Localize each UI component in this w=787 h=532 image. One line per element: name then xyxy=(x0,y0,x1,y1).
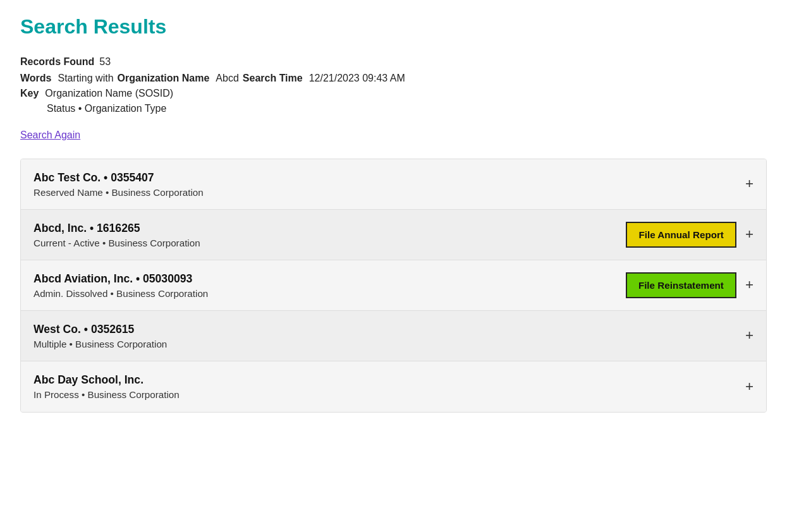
expand-icon[interactable]: + xyxy=(745,278,753,292)
words-label: Words xyxy=(20,73,51,84)
file-annual-report-button[interactable]: File Annual Report xyxy=(626,222,736,248)
file-reinstatement-button[interactable]: File Reinstatement xyxy=(626,272,736,298)
records-count: 53 xyxy=(99,56,111,68)
result-name: Abc Test Co. • 0355407 xyxy=(34,171,204,184)
result-name: West Co. • 0352615 xyxy=(34,323,167,336)
org-name-label: Organization Name xyxy=(118,73,210,84)
result-status: In Process • Business Corporation xyxy=(34,389,180,400)
result-item: West Co. • 0352615Multiple • Business Co… xyxy=(21,311,766,361)
result-name: Abcd, Inc. • 1616265 xyxy=(34,222,200,235)
page-title: Search Results xyxy=(20,15,767,39)
expand-icon[interactable]: + xyxy=(745,227,753,241)
words-value: Starting with xyxy=(58,73,113,84)
org-name-value: Abcd xyxy=(216,73,238,84)
records-found-row: Records Found 53 xyxy=(20,56,767,68)
meta-section: Records Found 53 Words Starting with Org… xyxy=(20,56,767,114)
search-again-link[interactable]: Search Again xyxy=(20,130,80,141)
result-status: Admin. Dissolved • Business Corporation xyxy=(34,288,208,299)
expand-icon[interactable]: + xyxy=(745,380,753,394)
results-list: Abc Test Co. • 0355407Reserved Name • Bu… xyxy=(20,159,767,413)
result-status: Current - Active • Business Corporation xyxy=(34,238,200,248)
result-item: Abc Day School, Inc.In Process • Busines… xyxy=(21,361,766,412)
key-value: Organization Name (SOSID) xyxy=(45,88,173,99)
key-label: Key xyxy=(20,88,39,99)
result-name: Abcd Aviation, Inc. • 05030093 xyxy=(34,272,208,286)
key-row: Key Organization Name (SOSID) xyxy=(20,88,767,99)
expand-icon[interactable]: + xyxy=(745,329,753,342)
search-time-label: Search Time xyxy=(243,73,303,84)
expand-icon[interactable]: + xyxy=(745,177,753,191)
result-name: Abc Day School, Inc. xyxy=(34,373,180,387)
result-status: Reserved Name • Business Corporation xyxy=(34,187,204,198)
search-words-row: Words Starting with Organization Name Ab… xyxy=(20,73,767,84)
key-sub: Status • Organization Type xyxy=(47,103,767,114)
result-item: Abcd Aviation, Inc. • 05030093Admin. Dis… xyxy=(21,260,766,311)
result-status: Multiple • Business Corporation xyxy=(34,339,167,349)
result-item: Abcd, Inc. • 1616265Current - Active • B… xyxy=(21,210,766,260)
records-label: Records Found xyxy=(20,56,94,68)
result-item: Abc Test Co. • 0355407Reserved Name • Bu… xyxy=(21,159,766,210)
search-time-value: 12/21/2023 09:43 AM xyxy=(309,73,405,84)
